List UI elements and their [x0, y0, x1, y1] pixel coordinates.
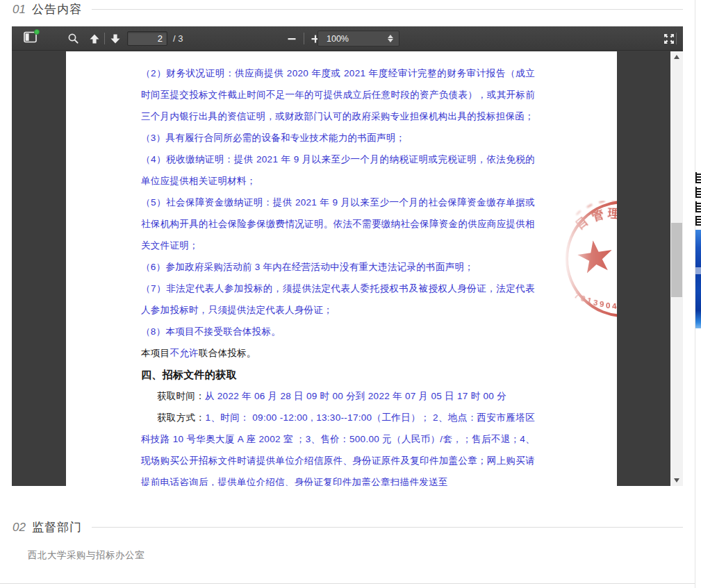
panel-bottom-divider [0, 583, 695, 584]
section-title-supervision: 监督部门 [32, 519, 82, 535]
pdf-scrollbar[interactable] [670, 51, 683, 486]
section-divider [92, 9, 683, 10]
doc-heading: 四、招标文件的获取 [141, 364, 535, 385]
doc-paragraph: （7）非法定代表人参加投标的，须提供法定代表人委托授权书及被授权人身份证，法定代… [141, 278, 535, 321]
section-title-announcement: 公告内容 [32, 1, 82, 17]
scrollbar-up-button[interactable] [670, 51, 683, 62]
pdf-page: （2）财务状况证明：供应商提供 2020 年度或 2021 年度经审计完整的财务… [66, 51, 617, 486]
toolbar-separator [304, 33, 304, 44]
toolbar-separator [104, 33, 105, 44]
supervision-department: 西北大学采购与招标办公室 [28, 549, 145, 562]
scroll-down-icon [674, 478, 679, 482]
page-count-label: / 3 [173, 26, 183, 51]
doc-paragraph: （5）社会保障资金缴纳证明：提供 2021 年 9 月以来至少一个月的社会保障资… [141, 192, 535, 256]
previous-page-button[interactable] [85, 26, 104, 51]
scrollbar-thumb[interactable] [671, 223, 682, 297]
pdf-toolbar: / 3 100% [12, 26, 683, 51]
zoom-select[interactable]: 100% [317, 31, 399, 47]
zoom-out-button[interactable] [282, 26, 302, 51]
vertical-tab-fragment[interactable] [695, 201, 701, 212]
page-up-icon [89, 33, 100, 44]
search-icon [67, 33, 79, 44]
red-seal-stamp: 目管理7013904 [566, 201, 617, 317]
notification-dot [34, 29, 40, 35]
page-down-icon [110, 33, 121, 44]
seal-serial-digit: 4 [612, 302, 617, 310]
doc-paragraph: （3）具有履行合同所必需的设备和专业技术能力的书面声明； [141, 127, 535, 149]
pdf-content-area: （2）财务状况证明：供应商提供 2020 年度或 2021 年度经审计完整的财务… [12, 51, 683, 486]
doc-paragraph: （6）参加政府采购活动前 3 年内在经营活动中没有重大违法记录的书面声明； [141, 256, 535, 278]
vertical-tab-fragment[interactable] [695, 216, 701, 226]
page: 01 公告内容 [0, 0, 701, 588]
seal-serial-digit: 9 [600, 300, 604, 308]
doc-paragraph: （4）税收缴纳证明：提供 2021 年 9 月以来至少一个月的纳税证明或完税证明… [141, 149, 535, 192]
section-number: 01 [13, 3, 26, 17]
vertical-tab-fragment[interactable] [695, 172, 701, 183]
seal-arc-text: 理 [607, 205, 617, 221]
scroll-up-icon [674, 55, 679, 59]
sidebar-toggle-button[interactable] [17, 26, 42, 51]
search-button[interactable] [62, 26, 84, 51]
toolbar-separator [676, 33, 677, 44]
document-text: （2）财务状况证明：供应商提供 2020 年度或 2021 年度经审计完整的财务… [66, 51, 617, 486]
doc-paragraph: （8）本项目不接受联合体投标。 [141, 321, 535, 342]
next-page-button[interactable] [106, 26, 124, 51]
promo-banner-fragment[interactable] [695, 230, 701, 328]
doc-paragraph: 获取方式：1、时间： 09:00 -12:00 , 13:30--17:00（工… [141, 407, 535, 486]
section-header-announcement: 01 公告内容 [13, 1, 683, 17]
zoom-out-icon [287, 34, 297, 44]
doc-paragraph: （2）财务状况证明：供应商提供 2020 年度或 2021 年度经审计完整的财务… [141, 62, 535, 127]
section-number: 02 [13, 521, 26, 535]
doc-paragraph: 获取时间：从 2022 年 06 月 28 日 09 时 00 分到 2022 … [141, 385, 535, 407]
select-spinner-icon [388, 35, 393, 42]
vertical-tab-fragment[interactable] [695, 187, 701, 198]
section-divider [92, 527, 683, 528]
sidebar-toggle-icon [24, 31, 37, 46]
zoom-level-value: 100% [327, 34, 349, 44]
scrollbar-down-button[interactable] [670, 475, 683, 486]
fullscreen-button[interactable] [657, 26, 681, 51]
fullscreen-icon [663, 33, 675, 45]
doc-paragraph: 本项目不允许联合体投标。 [141, 342, 535, 364]
seal-serial-digit: 0 [606, 301, 610, 310]
pdf-viewer: / 3 100% [12, 26, 683, 486]
section-header-supervision: 02 监督部门 [13, 519, 683, 535]
page-number-input[interactable] [127, 31, 167, 46]
